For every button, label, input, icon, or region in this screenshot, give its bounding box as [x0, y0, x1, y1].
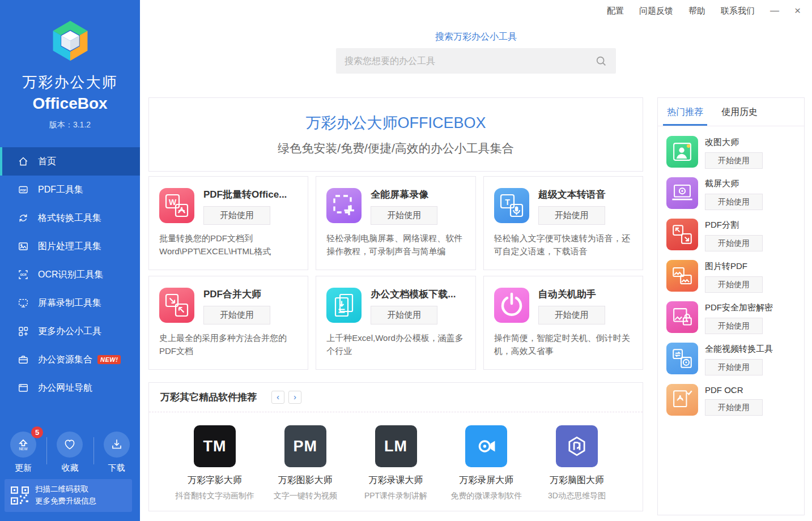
qr-code-icon [10, 486, 29, 505]
search-tools-link[interactable]: 搜索万彩办公小工具 [140, 31, 812, 43]
start-button[interactable]: 开始使用 [538, 306, 605, 324]
qr-upgrade-panel[interactable]: 扫描二维码获取 更多免费升级信息 [5, 479, 132, 512]
start-button[interactable]: 开始使用 [705, 318, 763, 334]
sidebar-item-label: 办公网址导航 [38, 382, 92, 394]
start-button[interactable]: 开始使用 [371, 306, 437, 324]
download-icon [109, 437, 124, 452]
sidebar-item-screen-record[interactable]: 屏幕录制工具集 [0, 289, 140, 317]
start-button[interactable]: 开始使用 [705, 152, 763, 169]
start-button[interactable]: 开始使用 [203, 206, 270, 225]
download-button[interactable]: 下载 [93, 432, 140, 473]
tool-description: 史上最全的采用多种方法合并您的PDF文档 [159, 332, 297, 357]
recommend-item-photo-video[interactable]: PM 万彩图影大师 文字一键转为视频 [262, 425, 348, 501]
recommend-item-desc: 免费的微课录制软件 [443, 491, 529, 501]
sidebar-nav: 首页 PDF PDF工具集 格式转换工具集 图片处理工具集 OCR OCR识别工… [0, 147, 140, 402]
start-button[interactable]: 开始使用 [705, 235, 763, 251]
update-label: 更新 [0, 463, 46, 473]
tool-title: 自动关机助手 [538, 288, 605, 301]
menu-help[interactable]: 帮助 [688, 6, 705, 16]
favorites-button[interactable]: 收藏 [46, 432, 93, 473]
tool-card-auto-shutdown: 自动关机助手 开始使用 操作简便，智能定时关机、倒计时关机，高效又省事 [483, 276, 643, 370]
mindmap-logo-icon [556, 425, 598, 467]
ocr-icon: OCR [17, 268, 29, 281]
start-button[interactable]: 开始使用 [538, 206, 605, 225]
recommend-item-lecture-recorder[interactable]: LM 万彩录课大师 PPT课件录制讲解 [353, 425, 439, 501]
qr-text-line2: 更多免费升级信息 [35, 496, 96, 507]
tool-card-text-to-speech: T 超级文本转语音 开始使用 轻松输入文字便可快速转为语音，还可自定义语速，下载… [483, 176, 643, 270]
sidebar-item-more-tools[interactable]: 更多办公小工具 [0, 317, 140, 345]
panel-item-name: 图片转PDF [705, 261, 763, 272]
start-button[interactable]: 开始使用 [705, 399, 763, 416]
tm-logo: TM [194, 425, 236, 467]
pdf-tools-icon: PDF [17, 183, 29, 196]
image-to-pdf-icon [666, 260, 698, 292]
start-button[interactable]: 开始使用 [705, 276, 763, 293]
home-icon [17, 155, 29, 168]
recommend-item-name: 万彩脑图大师 [534, 475, 620, 486]
panel-item-name: 改图大师 [705, 137, 763, 148]
panel-item-name: 截屏大师 [705, 178, 763, 189]
panel-item-screenshot: 截屏大师 开始使用 [666, 177, 796, 210]
tab-hot-recommend[interactable]: 热门推荐 [667, 106, 703, 126]
recommend-item-name: 万彩字影大师 [172, 475, 258, 486]
browser-window-icon [17, 382, 29, 394]
recommend-item-name: 万彩图影大师 [262, 475, 348, 486]
officebox-logo-icon [45, 16, 95, 66]
panel-item-name: PDF分割 [705, 220, 763, 230]
carousel-prev-button[interactable]: ‹ [271, 391, 284, 404]
monitor-icon [17, 297, 29, 309]
start-button[interactable]: 开始使用 [705, 359, 763, 375]
briefcase-icon [17, 353, 29, 366]
minimize-button[interactable]: — [770, 6, 779, 16]
sidebar-item-pdf-tools[interactable]: PDF PDF工具集 [0, 176, 140, 204]
banner-subtitle: 绿色免安装/免费/便捷/高效的办公小工具集合 [278, 140, 514, 156]
recommend-item-desc: 3D动态思维导图 [534, 491, 620, 501]
svg-text:OCR: OCR [20, 273, 27, 276]
tool-description: 轻松输入文字便可快速转为语音，还可自定义语速，下载语音 [494, 232, 632, 258]
panel-item-image-editor: 改图大师 开始使用 [666, 136, 796, 169]
tool-title: PDF批量转Office... [203, 188, 287, 201]
start-button[interactable]: 开始使用 [203, 306, 270, 324]
tool-title: 办公文档模板下载... [371, 288, 456, 301]
screen-record-icon [326, 188, 362, 223]
pdf-ocr-icon [666, 384, 698, 416]
svg-text:PDF: PDF [20, 189, 27, 192]
start-button[interactable]: 开始使用 [705, 194, 763, 210]
recommend-item-screen-recorder[interactable]: 万彩录屏大师 免费的微课录制软件 [443, 425, 529, 501]
sidebar-item-home[interactable]: 首页 [0, 147, 140, 176]
sidebar-item-web-navigation[interactable]: 办公网址导航 [0, 374, 140, 402]
sidebar: 万彩办公大师 OfficeBox 版本：3.1.2 首页 PDF PDF工具集 … [0, 0, 140, 521]
tool-card-screen-recorder: 全能屏幕录像 开始使用 轻松录制电脑屏幕、网络课程、软件操作教程，可录制声音与简… [316, 176, 475, 270]
sidebar-item-format-convert[interactable]: 格式转换工具集 [0, 204, 140, 232]
close-button[interactable]: × [794, 5, 801, 17]
panel-item-list: 改图大师 开始使用 截屏大师 开始使用 PDF分割 [658, 126, 804, 434]
svg-text:NEW: NEW [19, 447, 28, 451]
text-to-speech-icon: T [494, 188, 529, 223]
menu-feedback[interactable]: 问题反馈 [639, 6, 673, 16]
tab-usage-history[interactable]: 使用历史 [721, 106, 758, 126]
recommend-history-panel: 热门推荐 使用历史 改图大师 开始使用 截屏大师 开始使用 [657, 97, 805, 515]
banner: 万彩办公大师OFFICEBOX 绿色免安装/免费/便捷/高效的办公小工具集合 [148, 97, 643, 172]
sidebar-item-office-resources[interactable]: 办公资源集合 NEW! [0, 345, 140, 374]
image-icon [17, 240, 29, 253]
sidebar-item-image-tools[interactable]: 图片处理工具集 [0, 232, 140, 260]
tool-cards-grid: W PDF批量转Office... 开始使用 批量转换您的PDF文档到Word\… [148, 176, 643, 370]
recommend-item-mindmap[interactable]: 万彩脑图大师 3D动态思维导图 [534, 425, 620, 501]
carousel-next-button[interactable]: › [288, 391, 301, 404]
lm-logo: LM [375, 425, 417, 467]
menu-settings[interactable]: 配置 [607, 6, 624, 16]
search-icon[interactable] [595, 55, 607, 67]
start-button[interactable]: 开始使用 [371, 206, 437, 225]
heart-icon [62, 437, 77, 452]
tool-card-doc-templates: 办公文档模板下载... 开始使用 上千种Excel,Word办公模板，涵盖多个行… [316, 276, 475, 370]
menu-contact[interactable]: 联系我们 [721, 6, 755, 16]
sidebar-item-label: 更多办公小工具 [38, 326, 101, 338]
recommend-item-word-animation[interactable]: TM 万彩字影大师 抖音翻转文字动画制作 [172, 425, 258, 501]
update-button[interactable]: 5 NEW 更新 [0, 432, 46, 473]
app-subtitle: OfficeBox [0, 95, 140, 113]
tool-description: 轻松录制电脑屏幕、网络课程、软件操作教程，可录制声音与简单编 [326, 232, 465, 258]
search-input[interactable] [345, 56, 595, 66]
pdf-to-office-icon: W [159, 188, 194, 223]
sidebar-item-ocr-tools[interactable]: OCR OCR识别工具集 [0, 260, 140, 289]
sidebar-item-label: 格式转换工具集 [38, 212, 101, 224]
